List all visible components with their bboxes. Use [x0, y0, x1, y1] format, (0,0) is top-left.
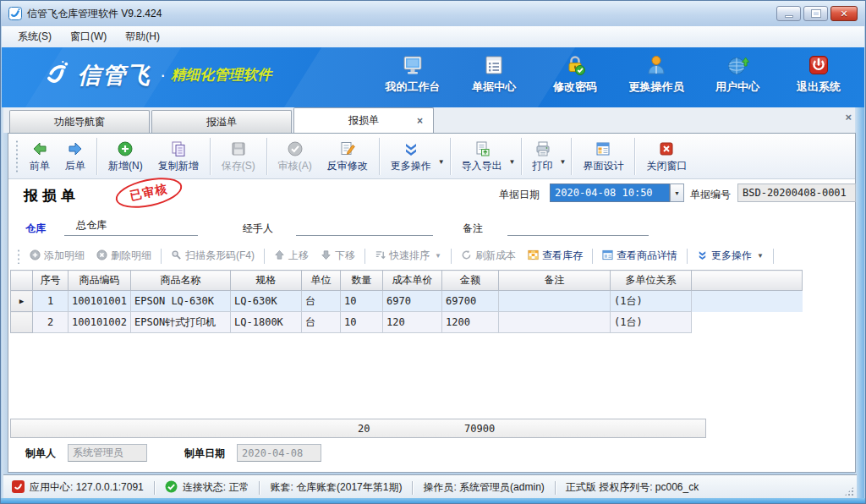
- cell[interactable]: 2: [33, 312, 69, 333]
- change-password-button[interactable]: 修改密码: [543, 54, 607, 95]
- column-header[interactable]: 数量: [341, 271, 383, 291]
- print-button[interactable]: 打印 ▼: [525, 137, 568, 175]
- next-doc-button[interactable]: 后单: [58, 137, 93, 175]
- app-center-text: 应用中心: 127.0.0.1:7091: [30, 480, 144, 495]
- maximize-button[interactable]: [803, 6, 828, 21]
- cell[interactable]: 120: [383, 312, 442, 333]
- workbench-button[interactable]: 我的工作台: [381, 54, 445, 95]
- doc-date-field[interactable]: 2020-04-08 10:50: [550, 184, 670, 202]
- ui-design-button[interactable]: 界面设计: [575, 137, 631, 175]
- column-header[interactable]: 成本单价: [383, 271, 442, 291]
- view-stock-button[interactable]: 查看库存: [522, 246, 589, 266]
- brand: 信管飞 · 精细化管理软件: [42, 59, 271, 90]
- column-header[interactable]: 商品编码: [69, 271, 131, 291]
- cell[interactable]: [499, 291, 611, 312]
- toolbar-separator: [634, 138, 635, 175]
- tab-overflow-order[interactable]: 报溢单: [151, 110, 292, 133]
- minimize-button[interactable]: [776, 6, 801, 21]
- dropdown-caret-icon: ▼: [509, 158, 516, 166]
- dropdown-caret-icon: ▼: [757, 252, 764, 260]
- import-export-button[interactable]: 导入导出 ▼: [454, 137, 518, 175]
- cell[interactable]: 100101001: [69, 291, 131, 312]
- resize-grip[interactable]: [844, 486, 854, 496]
- tabstrip-close-icon[interactable]: ×: [845, 111, 852, 123]
- add-detail-label: 添加明细: [44, 249, 85, 263]
- exit-system-button[interactable]: 退出系统: [787, 54, 851, 95]
- cell[interactable]: EPSON LQ-630K: [131, 291, 231, 312]
- made-date-label: 制单日期: [184, 446, 225, 461]
- row-selector[interactable]: ▶: [11, 291, 33, 312]
- exit-system-label: 退出系统: [797, 79, 841, 95]
- quick-sort-button: 快速排序 ▼: [369, 246, 447, 266]
- next-doc-icon: [67, 140, 84, 157]
- loss-order-panel: 前单 后单 新增(N) 复制新增 保存(S) 审核(A) 反审修改: [8, 133, 856, 473]
- cell[interactable]: 100101002: [69, 312, 131, 333]
- delete-detail-label: 删除明细: [111, 249, 151, 263]
- cell[interactable]: (1台): [611, 312, 692, 333]
- column-header[interactable]: 单位: [302, 271, 341, 291]
- cell[interactable]: (1台): [611, 291, 692, 312]
- column-header[interactable]: 序号: [33, 271, 69, 291]
- tab-function-nav[interactable]: 功能导航窗: [9, 110, 150, 133]
- app-center-status: 应用中心: 127.0.0.1:7091: [12, 480, 144, 496]
- workbench-icon: [402, 54, 424, 76]
- cell[interactable]: 69700: [442, 291, 499, 312]
- toolbar-separator: [571, 138, 572, 175]
- cell[interactable]: 台: [302, 291, 341, 312]
- more-actions-button[interactable]: 更多操作 ▼: [383, 137, 447, 175]
- table-row[interactable]: ▶1100101001EPSON LQ-630KLQ-630K台10697069…: [11, 291, 803, 312]
- minimize-icon: [785, 15, 793, 18]
- connection-status: 连接状态: 正常: [165, 480, 249, 496]
- add-new-button[interactable]: 新增(N): [101, 137, 151, 175]
- close-window-button[interactable]: 关闭窗口: [639, 137, 694, 175]
- column-header[interactable]: 备注: [499, 271, 611, 291]
- column-header[interactable]: 金额: [442, 271, 499, 291]
- cell[interactable]: 1: [33, 291, 69, 312]
- toolbar-separator: [96, 138, 97, 175]
- view-product-detail-button[interactable]: 查看商品详情: [596, 246, 683, 266]
- cell[interactable]: 1200: [442, 312, 499, 333]
- menu-window[interactable]: 窗口(W): [61, 27, 116, 47]
- window-left-border: [2, 107, 8, 498]
- cell[interactable]: 10: [341, 312, 383, 333]
- close-button[interactable]: ✕: [830, 6, 858, 21]
- cell-filler: [692, 312, 803, 333]
- cell[interactable]: LQ-630K: [231, 291, 302, 312]
- audit-label: 审核(A): [278, 159, 312, 173]
- warehouse-label[interactable]: 仓库: [25, 222, 46, 236]
- refresh-cost-label: 刷新成本: [475, 249, 516, 263]
- cell[interactable]: [499, 312, 611, 333]
- column-header[interactable]: 规格: [231, 271, 302, 291]
- user-center-button[interactable]: 用户中心: [705, 54, 770, 95]
- warehouse-field[interactable]: 总仓库: [64, 218, 198, 236]
- add-detail-icon: [30, 249, 41, 263]
- banner: 信管飞 · 精细化管理软件 我的工作台 单据中心 修改密码 更换操作员: [2, 47, 864, 107]
- menu-help[interactable]: 帮助(H): [116, 27, 169, 47]
- prev-doc-button[interactable]: 前单: [22, 137, 58, 175]
- detail-more-actions-button[interactable]: 更多操作 ▼: [691, 246, 770, 266]
- table-row[interactable]: 2100101002EPSON针式打印机LQ-1800K台101201200(1…: [11, 312, 803, 333]
- unaudit-button[interactable]: 反审修改: [320, 137, 375, 175]
- cell[interactable]: 10: [341, 291, 383, 312]
- row-selector[interactable]: [11, 312, 33, 333]
- date-dropdown-button[interactable]: ▼: [670, 184, 684, 202]
- chevron-down-icon: ▼: [674, 190, 680, 196]
- total-quantity: 20: [358, 423, 370, 435]
- document-center-button[interactable]: 单据中心: [462, 54, 526, 95]
- note-field[interactable]: [507, 218, 649, 236]
- switch-operator-button[interactable]: 更换操作员: [624, 54, 688, 95]
- menu-system[interactable]: 系统(S): [8, 27, 61, 47]
- handler-field[interactable]: [296, 218, 433, 236]
- cell[interactable]: LQ-1800K: [231, 312, 302, 333]
- cell[interactable]: EPSON针式打印机: [131, 312, 231, 333]
- note-label: 备注: [463, 222, 483, 236]
- tab-loss-order[interactable]: 报损单 ×: [293, 107, 434, 133]
- copy-new-button[interactable]: 复制新增: [151, 137, 206, 175]
- close-icon: ✕: [840, 9, 847, 19]
- cell[interactable]: 台: [302, 312, 341, 333]
- tab-close-icon[interactable]: ×: [417, 115, 423, 127]
- document-center-icon: [483, 54, 505, 76]
- column-header[interactable]: 多单位关系: [611, 271, 692, 291]
- cell[interactable]: 6970: [383, 291, 442, 312]
- column-header[interactable]: 商品名称: [131, 271, 231, 291]
